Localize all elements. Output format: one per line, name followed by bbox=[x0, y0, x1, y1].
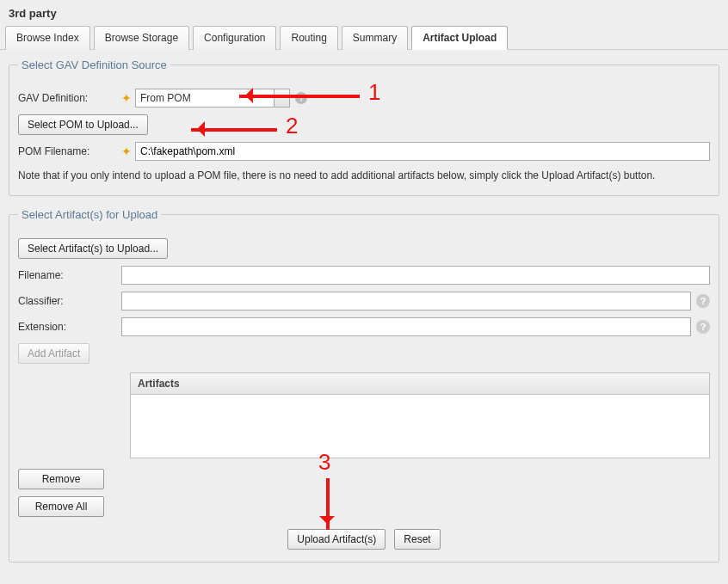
tab-configuration[interactable]: Configuration bbox=[193, 26, 276, 50]
page-title: 3rd party bbox=[0, 0, 728, 25]
gav-definition-select[interactable]: From POM bbox=[135, 89, 290, 108]
required-star-icon: ✦ bbox=[121, 91, 130, 105]
classifier-input[interactable] bbox=[121, 292, 691, 310]
help-icon[interactable]: ? bbox=[696, 320, 710, 334]
filename-label: Filename: bbox=[18, 269, 121, 281]
tab-browse-storage[interactable]: Browse Storage bbox=[94, 26, 189, 50]
classifier-label: Classifier: bbox=[18, 295, 121, 307]
artifacts-list-header: Artifacts bbox=[131, 373, 709, 395]
tab-routing[interactable]: Routing bbox=[280, 26, 337, 50]
tab-bar: Browse Index Browse Storage Configuratio… bbox=[0, 25, 728, 50]
extension-label: Extension: bbox=[18, 321, 121, 333]
reset-button[interactable]: Reset bbox=[394, 529, 440, 550]
tab-browse-index[interactable]: Browse Index bbox=[5, 26, 90, 50]
extension-input[interactable] bbox=[121, 317, 691, 336]
pom-filename-input[interactable] bbox=[135, 142, 710, 161]
chevron-down-icon bbox=[274, 89, 289, 107]
remove-button[interactable]: Remove bbox=[18, 469, 104, 489]
help-icon[interactable]: ? bbox=[696, 294, 710, 308]
upload-artifacts-button[interactable]: Upload Artifact(s) bbox=[287, 529, 386, 550]
artifacts-list: Artifacts bbox=[130, 372, 710, 458]
add-artifact-button[interactable]: Add Artifact bbox=[18, 343, 89, 364]
select-pom-button[interactable]: Select POM to Upload... bbox=[18, 114, 148, 135]
remove-all-button[interactable]: Remove All bbox=[18, 496, 104, 517]
artifact-upload-fieldset: Select Artifact(s) for Upload Select Art… bbox=[9, 208, 719, 562]
tab-summary[interactable]: Summary bbox=[342, 26, 408, 50]
info-icon: i bbox=[295, 92, 307, 104]
pom-filename-label: POM Filename: bbox=[18, 145, 121, 157]
artifact-legend: Select Artifact(s) for Upload bbox=[18, 208, 161, 221]
filename-input[interactable] bbox=[121, 266, 710, 285]
gav-definition-fieldset: Select GAV Definition Source GAV Definit… bbox=[9, 58, 719, 196]
tab-artifact-upload[interactable]: Artifact Upload bbox=[411, 26, 508, 50]
required-star-icon: ✦ bbox=[121, 144, 130, 158]
gav-definition-label: GAV Definition: bbox=[18, 92, 121, 104]
select-artifacts-button[interactable]: Select Artifact(s) to Upload... bbox=[18, 238, 168, 259]
gav-legend: Select GAV Definition Source bbox=[18, 58, 170, 71]
gav-definition-value: From POM bbox=[140, 92, 191, 104]
pom-note-text: Note that if you only intend to upload a… bbox=[18, 168, 710, 183]
